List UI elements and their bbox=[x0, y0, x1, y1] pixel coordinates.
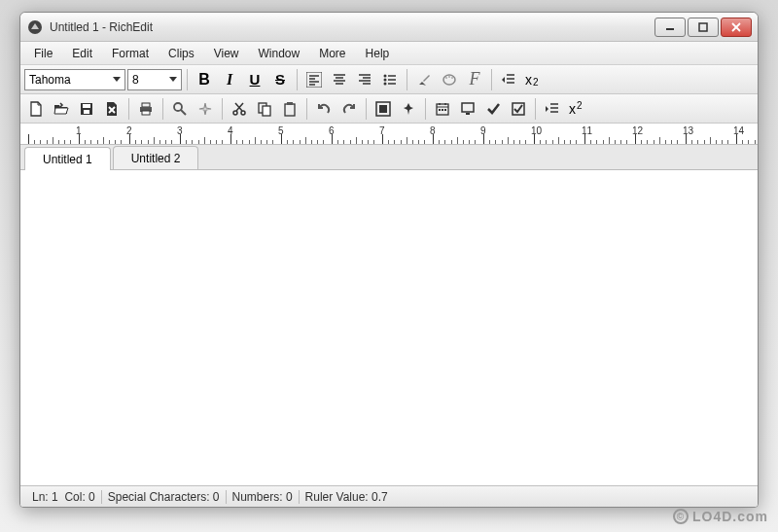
text-editor[interactable] bbox=[20, 170, 758, 485]
color-button[interactable] bbox=[438, 68, 461, 91]
check-icon bbox=[485, 101, 501, 117]
checkbox-button[interactable] bbox=[507, 97, 530, 121]
svg-point-20 bbox=[384, 78, 387, 81]
window-controls bbox=[654, 18, 752, 37]
statusbar: Ln: 1 Col: 0 Special Characters: 0 Numbe… bbox=[20, 485, 758, 507]
pin-button[interactable] bbox=[397, 97, 420, 121]
superscript-2: 2 bbox=[577, 100, 583, 111]
document-tabs: Untitled 1 Untitled 2 bbox=[20, 145, 758, 170]
maximize-button[interactable] bbox=[688, 18, 719, 37]
palette-icon bbox=[442, 72, 457, 88]
align-left-button[interactable] bbox=[302, 68, 326, 91]
print-button[interactable] bbox=[134, 97, 158, 121]
separator bbox=[491, 69, 492, 90]
search-icon bbox=[172, 101, 188, 117]
menu-window[interactable]: Window bbox=[249, 44, 310, 63]
superscript-button[interactable]: x2 bbox=[566, 97, 585, 121]
redo-button[interactable] bbox=[337, 97, 361, 121]
horizontal-ruler[interactable]: 1234567891011121314 bbox=[20, 124, 758, 145]
open-folder-icon bbox=[53, 101, 69, 117]
menu-help[interactable]: Help bbox=[356, 44, 400, 63]
svg-point-18 bbox=[384, 74, 387, 77]
font-family-combo[interactable]: Tahoma bbox=[24, 69, 125, 90]
align-center-button[interactable] bbox=[328, 68, 351, 91]
separator bbox=[162, 98, 163, 120]
svg-rect-32 bbox=[83, 104, 90, 108]
superscript-x: x bbox=[569, 101, 576, 117]
svg-rect-36 bbox=[142, 103, 150, 107]
svg-point-22 bbox=[384, 82, 387, 85]
menu-file[interactable]: File bbox=[24, 44, 62, 63]
subscript-button[interactable]: x2 bbox=[522, 68, 542, 91]
minimize-button[interactable] bbox=[654, 18, 686, 37]
titlebar[interactable]: Untitled 1 - RichEdit bbox=[20, 13, 758, 42]
italic-button[interactable]: I bbox=[218, 68, 241, 91]
check-button[interactable] bbox=[481, 97, 505, 121]
align-center-icon bbox=[332, 72, 347, 88]
tab-label: Untitled 2 bbox=[131, 152, 181, 165]
underline-button[interactable]: U bbox=[243, 68, 266, 91]
tab-untitled-2[interactable]: Untitled 2 bbox=[113, 146, 199, 169]
clear-button[interactable] bbox=[194, 97, 217, 121]
undo-button[interactable] bbox=[312, 97, 336, 121]
increase-indent-button[interactable] bbox=[541, 97, 564, 121]
format-toolbar: Tahoma 8 B I U S F x2 bbox=[20, 65, 758, 94]
scissors-icon bbox=[231, 101, 247, 117]
paste-icon bbox=[282, 101, 298, 117]
copy-icon bbox=[257, 101, 272, 117]
menu-edit[interactable]: Edit bbox=[62, 44, 102, 63]
print-icon bbox=[138, 101, 154, 117]
save-button[interactable] bbox=[75, 97, 98, 121]
select-all-icon bbox=[375, 101, 391, 117]
align-right-icon bbox=[357, 72, 372, 88]
open-button[interactable] bbox=[50, 97, 73, 121]
new-button[interactable] bbox=[24, 97, 48, 121]
find-button[interactable] bbox=[168, 97, 192, 121]
svg-rect-33 bbox=[84, 110, 89, 114]
bullet-list-icon bbox=[382, 72, 398, 88]
decrease-indent-button[interactable] bbox=[497, 68, 520, 91]
format-paint-button[interactable] bbox=[412, 68, 436, 91]
separator bbox=[407, 69, 407, 90]
menu-more[interactable]: More bbox=[309, 44, 355, 63]
subscript-x: x bbox=[525, 72, 532, 88]
bold-button[interactable]: B bbox=[193, 68, 216, 91]
svg-point-25 bbox=[445, 77, 447, 79]
svg-point-41 bbox=[233, 111, 237, 115]
svg-rect-38 bbox=[142, 111, 150, 115]
svg-point-27 bbox=[451, 77, 453, 79]
watermark: © LO4D.com bbox=[673, 509, 768, 524]
undo-icon bbox=[316, 101, 332, 117]
chevron-down-icon bbox=[169, 77, 177, 82]
svg-line-44 bbox=[235, 103, 242, 111]
menu-format[interactable]: Format bbox=[102, 44, 159, 63]
date-button[interactable] bbox=[431, 97, 454, 121]
menu-view[interactable]: View bbox=[204, 44, 249, 63]
menu-clips[interactable]: Clips bbox=[159, 44, 204, 63]
tab-untitled-1[interactable]: Untitled 1 bbox=[24, 147, 111, 170]
align-right-button[interactable] bbox=[353, 68, 376, 91]
close-file-button[interactable] bbox=[100, 97, 124, 121]
font-size-combo[interactable]: 8 bbox=[127, 69, 182, 90]
separator bbox=[297, 69, 298, 90]
close-button[interactable] bbox=[721, 18, 752, 37]
separator bbox=[187, 69, 188, 90]
svg-line-43 bbox=[236, 103, 243, 111]
strikethrough-button[interactable]: S bbox=[268, 68, 292, 91]
svg-point-39 bbox=[174, 103, 182, 111]
font-style-button[interactable]: F bbox=[463, 68, 486, 91]
brush-icon bbox=[416, 72, 432, 88]
svg-rect-56 bbox=[442, 109, 443, 111]
svg-rect-55 bbox=[439, 109, 441, 111]
separator bbox=[425, 98, 426, 120]
subscript-2: 2 bbox=[533, 77, 539, 88]
copy-button[interactable] bbox=[253, 97, 276, 121]
preview-button[interactable] bbox=[456, 97, 479, 121]
separator bbox=[222, 98, 223, 120]
bold-icon: B bbox=[198, 71, 210, 89]
close-file-icon bbox=[104, 101, 120, 117]
bullet-list-button[interactable] bbox=[378, 68, 402, 91]
cut-button[interactable] bbox=[228, 97, 251, 121]
paste-button[interactable] bbox=[278, 97, 301, 121]
select-all-button[interactable] bbox=[371, 97, 395, 121]
